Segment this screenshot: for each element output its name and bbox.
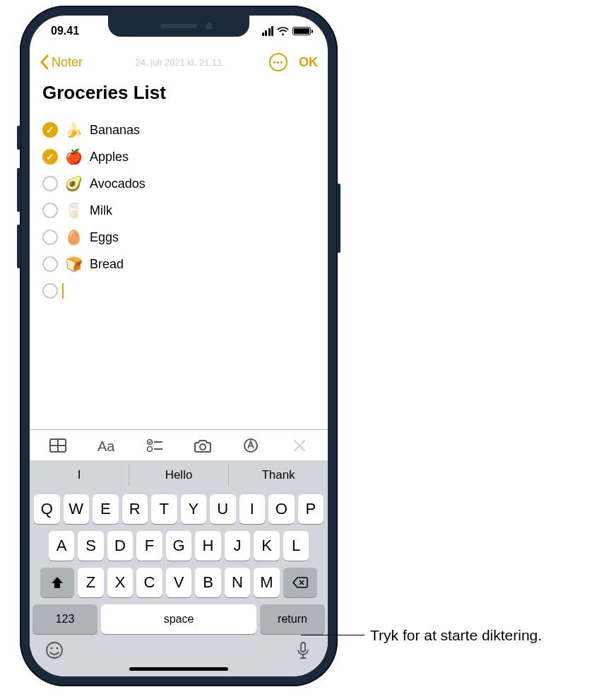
item-label: Bread bbox=[90, 257, 124, 272]
suggestion-item[interactable]: I bbox=[30, 465, 129, 486]
checkbox-unchecked-icon[interactable] bbox=[42, 256, 58, 272]
keyboard-row-1: Q W E R T Y U I O P bbox=[32, 494, 325, 524]
keyboard: Q W E R T Y U I O P A S D F G H J K L bbox=[30, 490, 328, 637]
space-key[interactable]: space bbox=[101, 604, 256, 634]
note-timestamp: 24. juli 2021 kl. 21.11 bbox=[136, 57, 223, 68]
key-p[interactable]: P bbox=[298, 494, 324, 524]
shift-icon bbox=[49, 575, 65, 590]
key-o[interactable]: O bbox=[268, 494, 295, 524]
item-label: Apples bbox=[90, 150, 129, 165]
checkbox-unchecked-icon[interactable] bbox=[42, 283, 58, 299]
item-emoji: 🍌 bbox=[65, 121, 83, 138]
checklist-item[interactable]: 🍎 Apples bbox=[42, 143, 315, 170]
svg-point-16 bbox=[51, 647, 53, 650]
done-button[interactable]: OK bbox=[299, 55, 318, 70]
backspace-icon bbox=[292, 575, 308, 590]
table-button[interactable] bbox=[42, 431, 73, 460]
nav-right: ••• OK bbox=[269, 53, 318, 71]
key-d[interactable]: D bbox=[107, 531, 134, 561]
note-title[interactable]: Groceries List bbox=[42, 82, 315, 104]
back-button[interactable]: Noter bbox=[40, 54, 83, 70]
svg-point-8 bbox=[200, 444, 206, 450]
status-right bbox=[262, 26, 312, 36]
microphone-icon bbox=[294, 641, 312, 659]
key-b[interactable]: B bbox=[195, 568, 221, 597]
key-c[interactable]: C bbox=[136, 568, 162, 597]
key-n[interactable]: N bbox=[225, 568, 251, 597]
suggestion-item[interactable]: Thank bbox=[228, 465, 328, 486]
key-f[interactable]: F bbox=[136, 531, 162, 561]
emoji-icon bbox=[45, 641, 64, 659]
checklist-item[interactable]: 🥚 Eggs bbox=[42, 224, 315, 251]
text-cursor bbox=[62, 283, 64, 299]
checklist-button[interactable] bbox=[139, 431, 170, 460]
text-format-button[interactable]: Aa bbox=[90, 431, 122, 460]
backspace-key[interactable] bbox=[283, 568, 317, 597]
close-toolbar-button[interactable] bbox=[284, 431, 315, 460]
numbers-key[interactable]: 123 bbox=[32, 604, 97, 634]
dictation-button[interactable] bbox=[292, 640, 314, 661]
checkbox-checked-icon[interactable] bbox=[42, 122, 58, 138]
return-key[interactable]: return bbox=[260, 604, 325, 634]
emoji-keyboard-button[interactable] bbox=[44, 640, 65, 661]
callout-leader-line bbox=[301, 635, 365, 635]
checkbox-unchecked-icon[interactable] bbox=[42, 203, 58, 218]
home-indicator[interactable] bbox=[129, 667, 228, 671]
key-i[interactable]: I bbox=[239, 494, 266, 524]
key-k[interactable]: K bbox=[254, 531, 280, 561]
note-body[interactable]: Groceries List 🍌 Bananas 🍎 Apples 🥑 Avoc… bbox=[30, 78, 328, 429]
key-u[interactable]: U bbox=[210, 494, 236, 524]
key-j[interactable]: J bbox=[225, 531, 251, 561]
checkbox-checked-icon[interactable] bbox=[42, 149, 58, 165]
markup-button[interactable] bbox=[235, 431, 266, 460]
svg-text:Aa: Aa bbox=[97, 438, 115, 454]
key-x[interactable]: X bbox=[107, 568, 134, 597]
checklist-item[interactable]: 🥛 Milk bbox=[42, 197, 315, 224]
suggestion-item[interactable]: Hello bbox=[129, 465, 228, 486]
wifi-icon bbox=[277, 27, 289, 36]
checklist-item[interactable]: 🍌 Bananas bbox=[42, 116, 315, 143]
item-emoji: 🥛 bbox=[65, 202, 83, 219]
checklist-item[interactable]: 🍞 Bread bbox=[42, 251, 315, 277]
keyboard-row-3: Z X C V B N M bbox=[32, 568, 325, 597]
item-emoji: 🥑 bbox=[65, 175, 83, 192]
item-label: Avocados bbox=[90, 177, 146, 191]
checklist-item-empty[interactable] bbox=[42, 277, 315, 304]
key-g[interactable]: G bbox=[166, 531, 192, 561]
item-emoji: 🥚 bbox=[65, 229, 83, 246]
checklist-item[interactable]: 🥑 Avocados bbox=[42, 170, 315, 197]
phone-notch bbox=[108, 16, 249, 37]
key-s[interactable]: S bbox=[78, 531, 104, 561]
key-r[interactable]: R bbox=[122, 494, 148, 524]
checkbox-unchecked-icon[interactable] bbox=[42, 176, 58, 191]
key-a[interactable]: A bbox=[49, 531, 75, 561]
key-l[interactable]: L bbox=[283, 531, 309, 561]
shift-key[interactable] bbox=[40, 568, 74, 597]
key-h[interactable]: H bbox=[195, 531, 221, 561]
svg-rect-18 bbox=[301, 643, 305, 652]
key-q[interactable]: Q bbox=[34, 494, 60, 524]
mute-switch bbox=[17, 126, 20, 150]
item-label: Eggs bbox=[90, 230, 119, 245]
phone-screen: 09.41 Noter 24. juli 2021 kl. 21.11 ••• … bbox=[30, 16, 328, 676]
camera-button[interactable] bbox=[187, 431, 218, 460]
key-v[interactable]: V bbox=[166, 568, 192, 597]
svg-point-17 bbox=[57, 647, 59, 650]
key-m[interactable]: M bbox=[254, 568, 280, 597]
key-e[interactable]: E bbox=[93, 494, 119, 524]
back-label: Noter bbox=[52, 55, 83, 70]
key-t[interactable]: T bbox=[151, 494, 177, 524]
key-w[interactable]: W bbox=[64, 494, 90, 524]
more-button[interactable]: ••• bbox=[269, 53, 288, 71]
svg-point-15 bbox=[47, 643, 62, 658]
status-time: 09.41 bbox=[51, 25, 79, 37]
item-emoji: 🍞 bbox=[65, 256, 83, 273]
speaker-grill bbox=[160, 24, 197, 28]
item-label: Bananas bbox=[90, 123, 140, 138]
volume-up-button bbox=[17, 168, 20, 212]
key-z[interactable]: Z bbox=[78, 568, 104, 597]
key-y[interactable]: Y bbox=[181, 494, 207, 524]
format-toolbar: Aa bbox=[30, 429, 328, 460]
power-button bbox=[337, 184, 340, 253]
checkbox-unchecked-icon[interactable] bbox=[42, 229, 58, 245]
